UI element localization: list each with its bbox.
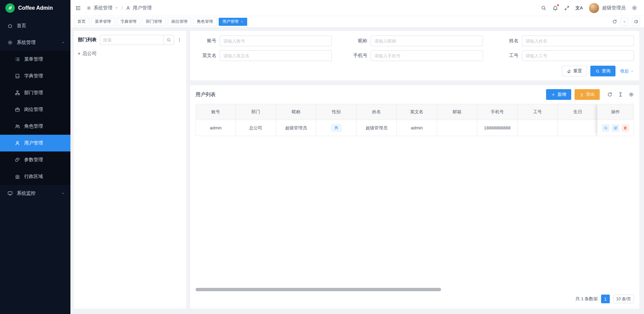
table-settings-button[interactable] (629, 92, 634, 97)
translate-button[interactable]: 文A (576, 6, 583, 10)
table-header-row: 账号 部门 昵称 性别 姓名 英文名 邮箱 手机号 工号 生日 (196, 104, 598, 120)
nickname-input[interactable] (371, 36, 483, 46)
total-count-label: 共 1 条数据 (576, 296, 598, 302)
table-row: admin 总公司 超级管理员 男 超级管理员 admin 1888888888… (196, 120, 598, 136)
user-list-title: 用户列表 (196, 91, 216, 98)
tab-tools (612, 18, 640, 26)
paperclip-icon (15, 157, 20, 163)
row-actions (597, 120, 634, 136)
sidebar-item-dept-mgmt[interactable]: 部门管理 (0, 84, 70, 101)
settings-gear-button[interactable] (632, 5, 637, 11)
tab-list-dropdown-button[interactable] (621, 18, 629, 26)
table-tool-icons (607, 92, 634, 97)
name-input[interactable] (522, 36, 634, 46)
sidebar-item-home[interactable]: 首页 (0, 17, 70, 34)
user-table: 账号 部门 昵称 性别 姓名 英文名 邮箱 手机号 工号 生日 (196, 104, 634, 136)
tab-user-mgmt[interactable]: 用户管理 (219, 18, 247, 26)
sidebar-item-post-mgmt[interactable]: 岗位管理 (0, 101, 70, 118)
gender-tag: 男 (331, 124, 341, 132)
sidebar-item-user-mgmt[interactable]: 用户管理 (0, 135, 70, 151)
column-header-birthday: 生日 (558, 104, 598, 120)
sidebar-item-label: 系统监控 (17, 190, 36, 196)
app-logo: Coffee Admin (0, 0, 70, 16)
dept-panel-header: 部门列表 (78, 35, 182, 45)
view-button[interactable] (602, 124, 609, 132)
user-list-card: 用户列表 新增 导出 (190, 85, 639, 309)
sidebar-item-system-monitor[interactable]: 系统监控 (0, 185, 70, 202)
search-submit-button[interactable]: 查询 (590, 66, 615, 76)
tree-node-root[interactable]: 总公司 (78, 49, 182, 58)
column-header-actions: 操作 (597, 104, 634, 120)
leaf-logo-icon (5, 3, 15, 13)
field-phone: 手机号 (346, 50, 483, 61)
breadcrumb-item-current: 用户管理 (133, 5, 152, 11)
topbar: 系统管理 / 用户管理 文A 超级管理员 (70, 0, 644, 16)
cell-nickname: 超级管理员 (276, 120, 316, 136)
column-header-nickname: 昵称 (276, 104, 316, 120)
phone-label: 手机号 (346, 53, 367, 59)
tab-post-mgmt[interactable]: 岗位管理 (168, 18, 191, 26)
sidebar: Coffee Admin 首页 系统管理 菜单管理 字典管理 (0, 0, 70, 314)
account-input[interactable] (220, 36, 332, 46)
sidebar-item-menu-mgmt[interactable]: 菜单管理 (0, 51, 70, 68)
column-header-phone: 手机号 (477, 104, 518, 120)
more-options-button[interactable] (177, 37, 182, 43)
phone-input[interactable] (371, 50, 483, 61)
caret-right-icon[interactable] (78, 52, 80, 55)
refresh-tab-button[interactable] (612, 19, 617, 24)
export-button[interactable]: 导出 (575, 89, 600, 100)
page-size-value: 10 条/页 (616, 296, 631, 302)
main-panel: 账号 昵称 姓名 英文名 (190, 31, 639, 309)
table-scroll-area: 账号 部门 昵称 性别 姓名 英文名 邮箱 手机号 工号 生日 (196, 104, 634, 136)
collapse-sidebar-button[interactable] (75, 5, 81, 11)
delete-button[interactable] (622, 124, 629, 132)
dept-search-submit-button[interactable] (163, 35, 174, 45)
notifications-button[interactable] (552, 5, 558, 11)
tab-role-mgmt[interactable]: 角色管理 (193, 18, 217, 26)
search-button[interactable] (541, 5, 546, 11)
column-width-button[interactable] (618, 92, 623, 97)
tab-dict-mgmt[interactable]: 字典管理 (117, 18, 140, 26)
tabbar: 首页 菜单管理 字典管理 部门管理 岗位管理 角色管理 用户管理 (70, 16, 644, 27)
fullscreen-button[interactable] (564, 5, 570, 11)
table-empty-space (196, 136, 634, 285)
column-header-name: 姓名 (357, 104, 397, 120)
reset-button[interactable]: 重置 (562, 66, 587, 76)
scrollbar-thumb[interactable] (196, 288, 441, 291)
field-work-id: 工号 (498, 50, 634, 61)
dept-search-input[interactable] (100, 35, 163, 45)
fixed-action-column: 操作 (597, 104, 634, 136)
tab-home[interactable]: 首页 (74, 18, 89, 26)
sidebar-item-dict-mgmt[interactable]: 字典管理 (0, 68, 70, 84)
tab-menu-mgmt[interactable]: 菜单管理 (91, 18, 115, 26)
cell-english-name: admin (397, 120, 437, 136)
page-size-select[interactable]: 10 条/页 (613, 295, 634, 303)
sidebar-item-label: 系统管理 (17, 40, 36, 46)
sidebar-item-role-mgmt[interactable]: 角色管理 (0, 118, 70, 135)
layout-panel-button[interactable] (632, 18, 640, 26)
add-user-button[interactable]: 新增 (546, 89, 571, 100)
cell-gender: 男 (316, 120, 357, 136)
list-icon (15, 57, 20, 62)
tab-label: 岗位管理 (171, 19, 187, 24)
close-icon[interactable] (240, 20, 244, 23)
page-button-1[interactable]: 1 (601, 295, 610, 303)
sidebar-item-label: 首页 (17, 23, 26, 29)
tab-label: 部门管理 (146, 19, 162, 24)
tree-node-label: 总公司 (83, 51, 97, 57)
tab-dept-mgmt[interactable]: 部门管理 (142, 18, 166, 26)
breadcrumb-item-system[interactable]: 系统管理 (94, 5, 112, 11)
english-name-input[interactable] (220, 50, 332, 61)
field-name: 姓名 (498, 36, 634, 46)
refresh-table-button[interactable] (607, 92, 612, 97)
work-id-input[interactable] (522, 50, 634, 61)
edit-button[interactable] (612, 124, 619, 132)
cell-account: admin (196, 120, 236, 136)
topbar-actions: 文A 超级管理员 (541, 3, 637, 13)
column-header-dept: 部门 (236, 104, 276, 120)
collapse-filter-link[interactable]: 收起 (620, 68, 634, 74)
user-menu[interactable]: 超级管理员 (589, 3, 626, 13)
sidebar-item-param-mgmt[interactable]: 参数管理 (0, 151, 70, 168)
sidebar-item-system-mgmt[interactable]: 系统管理 (0, 34, 70, 51)
sidebar-item-admin-region[interactable]: 行政区域 (0, 168, 70, 185)
